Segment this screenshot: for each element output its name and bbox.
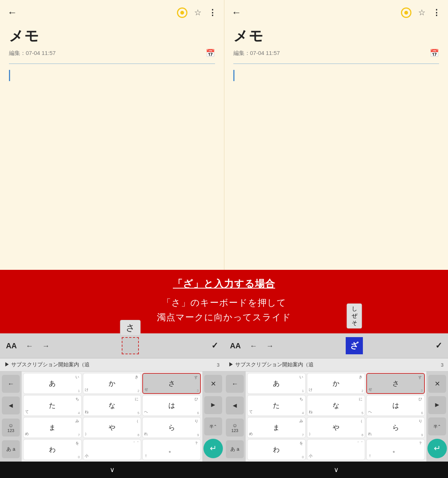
instruction-line2: 濁点マークに向かってスライド: [157, 312, 291, 322]
pin-icon-right[interactable]: ☆: [418, 8, 426, 18]
pin-icon[interactable]: ☆: [194, 8, 202, 18]
count-badge-left: 3: [217, 362, 220, 368]
more-icon[interactable]: ⋮: [208, 8, 217, 18]
note-title-left: メモ: [9, 27, 215, 46]
subscription-row-left: ▶ サブスクリプション開始案内（追 3: [0, 358, 224, 371]
subscription-text-left: ▶ サブスクリプション開始案内（追: [4, 361, 90, 368]
kb-grid-left: い あ 1 き か け 2 す さ せ 3 ち: [22, 371, 202, 462]
keyboard-left: AA ← → さ ✓ ▶ サブスクリプション開始案内（追 3 ← ◄ ☺123 …: [0, 333, 224, 462]
top-bar-right: ← ☆ ⋮: [224, 0, 448, 23]
key-a-r[interactable]: い あ 1: [247, 373, 306, 394]
kb-emoji-left[interactable]: ☺123: [2, 419, 20, 437]
key-na-r[interactable]: に な ね 5: [307, 395, 365, 416]
top-icons-left: ☆ ⋮: [177, 7, 217, 18]
kb-enter-left[interactable]: ↵: [203, 439, 223, 458]
kb-side-left-right: ← ◄ ☺123 あ a: [224, 371, 246, 462]
kb-main-left: ← ◄ ☺123 あ a い あ 1 き か け 2: [0, 371, 224, 462]
key-ma-r[interactable]: み ま め 7: [247, 417, 306, 438]
kb-right-arrow-right[interactable]: ►: [428, 396, 446, 414]
circle-icon-right: [401, 7, 411, 18]
svg-line-1: [359, 303, 380, 331]
key-sa-r[interactable]: す さ せ 3: [366, 373, 425, 394]
note-date-right: 編集：07-04 11:57: [233, 50, 280, 57]
key-ra[interactable]: り ら れ 9: [142, 417, 201, 438]
key-ta-r[interactable]: ち た て 4: [247, 395, 306, 416]
calendar-icon-left[interactable]: 📅: [206, 49, 215, 58]
note-divider-right: [233, 64, 439, 64]
key-dakuten-r[interactable]: ゛゜ 小: [307, 439, 365, 460]
kb-redo-right[interactable]: →: [266, 342, 274, 350]
screens-container: ← ☆ ⋮ メモ 編集：07-04 11:57 📅 ←: [0, 0, 448, 270]
chevron-right[interactable]: ∨: [334, 466, 339, 474]
back-area-right: ←: [232, 7, 401, 18]
key-wa[interactable]: を わ 0: [23, 439, 82, 460]
key-ka-r[interactable]: き か け 2: [307, 373, 365, 394]
flick-list-right: し ぜ そ: [347, 303, 362, 329]
kb-left-arrow-right[interactable]: ◄: [226, 397, 244, 414]
count-badge-right: 3: [441, 362, 444, 368]
kb-half-left[interactable]: 半⌃: [204, 417, 222, 435]
kb-delete-right[interactable]: ✕: [428, 375, 446, 393]
kb-enter-right[interactable]: ↵: [427, 439, 447, 458]
back-icon-right[interactable]: ←: [232, 7, 242, 18]
kb-right-arrow-left[interactable]: ►: [204, 396, 222, 414]
kb-kana-left[interactable]: あ a: [2, 440, 20, 458]
key-ta[interactable]: ち た て 4: [23, 395, 82, 416]
circle-icon: [177, 7, 187, 18]
more-icon-right[interactable]: ⋮: [432, 8, 441, 18]
calendar-icon-right[interactable]: 📅: [430, 49, 439, 58]
top-icons-right: ☆ ⋮: [401, 7, 441, 18]
instruction-title: 「ざ」と入力する場合: [11, 277, 437, 290]
chevron-left[interactable]: ∨: [110, 466, 115, 474]
note-date-left: 編集：07-04 11:57: [9, 50, 56, 57]
instruction-line1: 「さ」のキーボードを押して: [162, 297, 286, 308]
key-ya-r[interactable]: （ や ） 8: [307, 417, 365, 438]
key-dakuten[interactable]: ゛゜ 小: [83, 439, 141, 460]
kb-aa-left: AA: [6, 342, 17, 350]
kb-main-right: ← ◄ ☺123 あ a い あ 1 き か け 2: [224, 371, 448, 462]
key-ma[interactable]: み ま め 7: [23, 417, 82, 438]
cursor-right: [233, 70, 234, 81]
kb-undo-right[interactable]: ←: [250, 342, 257, 350]
kb-emoji-right[interactable]: ☺123: [226, 419, 244, 437]
kb-side-left-left: ← ◄ ☺123 あ a: [0, 371, 22, 462]
keyboard-right: AA ← → ざ し ぜ そ: [224, 333, 448, 462]
key-ha[interactable]: ひ は へ 6: [142, 395, 201, 416]
kb-side-right-left: ✕ ► 半⌃ ↵: [202, 371, 224, 462]
subscription-text-right: ▶ サブスクリプション開始案内（追: [228, 361, 314, 368]
key-period-r[interactable]: ？ 。 ！: [366, 439, 425, 460]
key-ka[interactable]: き か け 2: [83, 373, 141, 394]
key-ra-r[interactable]: り ら れ 9: [366, 417, 425, 438]
key-ha-r[interactable]: ひ は へ 6: [366, 395, 425, 416]
key-a[interactable]: い あ 1: [23, 373, 82, 394]
kb-backspace-right[interactable]: ←: [226, 375, 244, 393]
note-title-right: メモ: [233, 27, 439, 46]
kb-undo-left[interactable]: ←: [26, 342, 33, 350]
kb-toolbar-right: AA ← → ざ し ぜ そ: [224, 333, 448, 358]
kb-active-key-right[interactable]: ざ: [346, 337, 363, 354]
key-sa[interactable]: す さ せ 3: [142, 373, 201, 394]
kb-check-right[interactable]: ✓: [435, 341, 442, 351]
keyboard-section: AA ← → さ ✓ ▶ サブスクリプション開始案内（追 3 ← ◄ ☺123 …: [0, 333, 448, 462]
kb-toolbar-left: AA ← → さ ✓: [0, 333, 224, 358]
bottom-bars: ∨ ∨: [0, 462, 448, 478]
kb-redo-left[interactable]: →: [42, 342, 50, 350]
back-icon[interactable]: ←: [7, 7, 17, 18]
note-area-left: メモ 編集：07-04 11:57 📅: [0, 23, 224, 270]
kb-backspace-left[interactable]: ←: [2, 375, 20, 393]
flick-popup-left: さ: [120, 320, 141, 336]
note-meta-left: 編集：07-04 11:57 📅: [9, 49, 215, 58]
kb-delete-left[interactable]: ✕: [204, 375, 222, 393]
kb-check-left[interactable]: ✓: [211, 341, 218, 351]
kb-left-arrow[interactable]: ◄: [2, 397, 20, 414]
key-na[interactable]: に な ね 5: [83, 395, 141, 416]
top-bar-left: ← ☆ ⋮: [0, 0, 224, 23]
note-area-right: メモ 編集：07-04 11:57 📅: [224, 23, 448, 270]
kb-dashed-key-left[interactable]: さ: [122, 337, 139, 354]
kb-half-right[interactable]: 半⌃: [428, 417, 446, 435]
key-wa-r[interactable]: を わ 0: [247, 439, 306, 460]
key-period[interactable]: ？ 。 ！: [142, 439, 201, 460]
key-ya[interactable]: （ や ） 8: [83, 417, 141, 438]
subscription-row-right: ▶ サブスクリプション開始案内（追 3: [224, 358, 448, 371]
kb-kana-right[interactable]: あ a: [226, 440, 244, 458]
